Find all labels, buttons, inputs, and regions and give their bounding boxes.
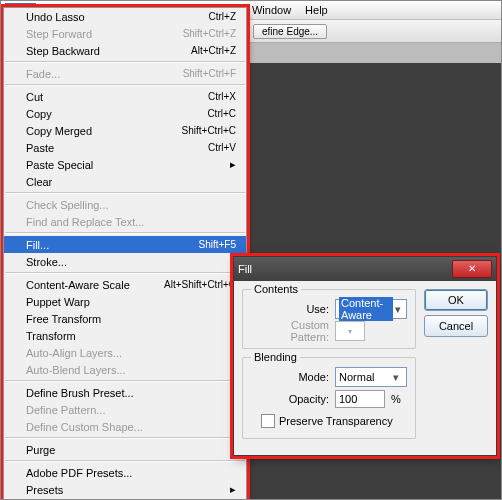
blending-group: Blending Mode: Normal▾ Opacity: % [242,357,416,439]
app-root: Edit Window Help efine Edge... sta-Beach… [0,0,502,500]
mode-label: Mode: [251,371,329,383]
mi-define-shape[interactable]: Define Custom Shape... [4,418,246,435]
fill-dialog: Fill ✕ Contents Use: Content-Aware▾ Cust… [233,256,497,456]
custom-pattern-swatch: ▾ [335,321,365,341]
custom-pattern-label: Custom Pattern: [251,319,329,343]
mi-auto-align[interactable]: Auto-Align Layers... [4,344,246,361]
dialog-titlebar[interactable]: Fill ✕ [234,257,496,281]
menu-help[interactable]: Help [299,3,334,17]
mi-define-pattern[interactable]: Define Pattern... [4,401,246,418]
dialog-title: Fill [238,263,252,275]
mi-purge[interactable]: Purge▸ [4,441,246,458]
edit-menu-dropdown: Undo LassoCtrl+Z Step ForwardShift+Ctrl+… [3,7,247,500]
mi-content-aware-scale[interactable]: Content-Aware ScaleAlt+Shift+Ctrl+C [4,276,246,293]
use-label: Use: [251,303,329,315]
mi-fade[interactable]: Fade...Shift+Ctrl+F [4,65,246,82]
mode-select[interactable]: Normal▾ [335,367,407,387]
mi-auto-blend[interactable]: Auto-Blend Layers... [4,361,246,378]
mi-copy[interactable]: CopyCtrl+C [4,105,246,122]
opacity-label: Opacity: [251,393,329,405]
cancel-button[interactable]: Cancel [424,315,488,337]
blending-legend: Blending [251,351,300,363]
mi-check-spelling[interactable]: Check Spelling... [4,196,246,213]
mi-stroke[interactable]: Stroke... [4,253,246,270]
mi-define-brush[interactable]: Define Brush Preset... [4,384,246,401]
mi-undo[interactable]: Undo LassoCtrl+Z [4,8,246,25]
chevron-down-icon: ▾ [348,327,352,336]
close-icon[interactable]: ✕ [452,260,492,278]
refine-edge-button[interactable]: efine Edge... [253,24,327,39]
menu-window[interactable]: Window [246,3,297,17]
mi-transform[interactable]: Transform▸ [4,327,246,344]
mi-step-forward[interactable]: Step ForwardShift+Ctrl+Z [4,25,246,42]
mi-step-backward[interactable]: Step BackwardAlt+Ctrl+Z [4,42,246,59]
mi-free-transform[interactable]: Free Transform [4,310,246,327]
mi-pdf-presets[interactable]: Adobe PDF Presets... [4,464,246,481]
opacity-input[interactable] [335,390,385,408]
preserve-transparency-label: Preserve Transparency [279,415,393,427]
mi-clear[interactable]: Clear [4,173,246,190]
mi-copy-merged[interactable]: Copy MergedShift+Ctrl+C [4,122,246,139]
opacity-unit: % [391,393,401,405]
use-select[interactable]: Content-Aware▾ [335,299,407,319]
mi-find-replace[interactable]: Find and Replace Text... [4,213,246,230]
mi-puppet-warp[interactable]: Puppet Warp [4,293,246,310]
preserve-transparency-checkbox[interactable] [261,414,275,428]
mi-presets[interactable]: Presets▸ [4,481,246,498]
chevron-down-icon: ▾ [393,303,403,316]
chevron-down-icon: ▾ [389,371,403,384]
mi-paste[interactable]: PasteCtrl+V [4,139,246,156]
ok-button[interactable]: OK [424,289,488,311]
contents-group: Contents Use: Content-Aware▾ Custom Patt… [242,289,416,349]
contents-legend: Contents [251,283,301,295]
mi-paste-special[interactable]: Paste Special▸ [4,156,246,173]
mi-cut[interactable]: CutCtrl+X [4,88,246,105]
mi-fill[interactable]: Fill...Shift+F5 [4,236,246,253]
